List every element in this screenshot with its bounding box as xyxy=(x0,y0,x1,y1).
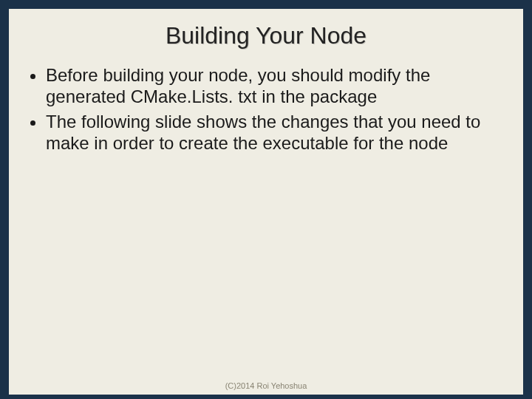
slide-footer: (C)2014 Roi Yehoshua xyxy=(9,381,523,390)
list-item: The following slide shows the changes th… xyxy=(46,111,504,154)
slide-title: Building Your Node xyxy=(28,22,504,50)
bullet-list: Before building your node, you should mo… xyxy=(28,64,504,157)
slide-frame: Building Your Node Before building your … xyxy=(0,0,532,399)
list-item: Before building your node, you should mo… xyxy=(46,64,504,108)
slide-body: Building Your Node Before building your … xyxy=(9,9,523,395)
